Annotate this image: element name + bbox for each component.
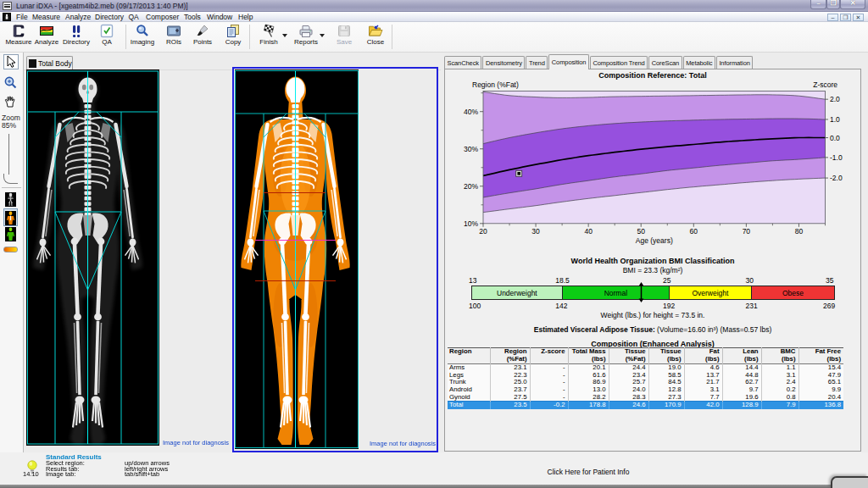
- tab-corescan[interactable]: CoreScan: [648, 56, 682, 69]
- table-cell: 24.6: [609, 402, 648, 409]
- zoom-value: 85%: [2, 121, 16, 130]
- menu-item-composer[interactable]: Composer: [146, 13, 179, 21]
- copy-button[interactable]: Copy: [214, 24, 252, 51]
- minimize-icon: –: [816, 0, 820, 8]
- menu-item-qa[interactable]: QA: [129, 13, 139, 21]
- svg-text:-2.0: -2.0: [830, 174, 843, 182]
- thumbnail-colorbar[interactable]: [3, 247, 18, 252]
- bmi-value: BMI = 23.3 (kg/m²): [444, 266, 861, 274]
- sidebar-divider: [2, 187, 21, 188]
- thumbnail-skeleton[interactable]: [5, 192, 16, 207]
- tab-total-body[interactable]: Total Body: [26, 56, 73, 69]
- column-header: Lean(lbs): [722, 348, 761, 364]
- svg-text:70: 70: [743, 227, 751, 236]
- tab-metabolic[interactable]: Metabolic: [683, 56, 715, 69]
- tab-information[interactable]: Information: [716, 56, 753, 69]
- bmi-segment-overweight: Overweight: [670, 286, 752, 299]
- window-close-button[interactable]: ✕: [840, 0, 865, 9]
- status-hint-value: tab/shift+tab: [125, 471, 159, 477]
- dropdown-arrow-icon[interactable]: [320, 34, 325, 37]
- composition-scan-image[interactable]: [235, 69, 359, 449]
- restore-icon: ❐: [830, 0, 836, 8]
- column-header: Tissue(lbs): [648, 348, 684, 364]
- analyze-icon: [39, 24, 54, 38]
- qa-button[interactable]: QA: [88, 24, 125, 51]
- column-header: Z-score: [530, 348, 568, 364]
- window-minimize-button[interactable]: –: [810, 0, 826, 9]
- mdi-minimize-button[interactable]: –: [827, 14, 838, 21]
- body-scan-icon: [29, 59, 36, 68]
- zoom-tool-button[interactable]: [3, 75, 19, 91]
- bmi-scale-top-label: 35: [826, 276, 833, 285]
- pointer-tool-button[interactable]: [3, 54, 19, 69]
- menu-item-window[interactable]: Window: [207, 13, 232, 21]
- svg-text:-1.0: -1.0: [830, 153, 843, 162]
- measure-icon: [11, 24, 26, 38]
- column-header: Region: [448, 348, 491, 364]
- copy-icon: [225, 24, 241, 38]
- svg-text:30: 30: [531, 227, 540, 236]
- bmi-scale-top-label: 18.5: [555, 276, 572, 285]
- table-total-row[interactable]: Total23.5-0.2178.824.6170.942.0128.97.91…: [448, 402, 843, 409]
- toolbar-separator: [125, 25, 126, 49]
- reports-button[interactable]: Reports: [287, 24, 325, 51]
- menu-item-tools[interactable]: Tools: [184, 13, 201, 21]
- mdi-restore-button[interactable]: ❐: [840, 14, 851, 21]
- table-row[interactable]: Legs22.3-61.623.458.513.744.83.147.9: [448, 372, 843, 380]
- skeleton-scan-image[interactable]: [26, 69, 159, 446]
- bmi-scale-bottom-label: 192: [663, 302, 680, 310]
- svg-text:30%: 30%: [464, 145, 478, 153]
- table-cell: -0.2: [530, 402, 568, 409]
- table-row[interactable]: Android23.7-13.024.012.83.19.70.29.9: [448, 386, 843, 394]
- close-button[interactable]: Close: [357, 24, 394, 51]
- title-bar: Lunar iDXA - [xgeatm4ib2.meb (09/17/2013…: [0, 0, 868, 12]
- menu-item-analyze[interactable]: Analyze: [65, 13, 91, 21]
- table-cell: 170.9: [648, 402, 684, 409]
- menu-item-measure[interactable]: Measure: [32, 13, 60, 21]
- toolbar-button-label: Finish: [250, 38, 287, 46]
- table-cell: 23.5: [491, 402, 531, 409]
- bmi-scale-bottom-label: 100: [469, 302, 481, 310]
- bmi-segment-label: Normal: [604, 289, 627, 297]
- table-cell: Total: [448, 402, 491, 409]
- column-header: Fat(lbs): [684, 348, 722, 364]
- finish-button[interactable]: Finish: [250, 24, 287, 51]
- menu-item-directory[interactable]: Directory: [95, 13, 124, 21]
- close-icon: ✕: [850, 0, 856, 8]
- tool-sidebar: [0, 53, 24, 452]
- tab-scancheck[interactable]: ScanCheck: [444, 56, 481, 69]
- thumbnail-composition[interactable]: [5, 211, 16, 225]
- tray-widget: [831, 476, 868, 488]
- svg-text:Z-score: Z-score: [813, 80, 837, 89]
- tab-composition-trend[interactable]: Composition Trend: [590, 56, 648, 69]
- weight-for-height: Weight (lbs.) for height = 73.5 in.: [444, 311, 861, 319]
- bmi-scale-bottom-label: 142: [555, 302, 572, 310]
- svg-text:0.0: 0.0: [830, 134, 840, 142]
- reference-chart: 10%20%30%40%203040506070802.01.00.0-1.0-…: [458, 78, 849, 249]
- svg-text:50: 50: [637, 227, 645, 236]
- bmi-scale-bottom-label: 231: [746, 302, 763, 310]
- tab-composition[interactable]: Composition: [548, 54, 589, 69]
- scan2-caption: Image not for diagnosis: [342, 440, 436, 447]
- svg-text:2.0: 2.0: [830, 95, 840, 103]
- patient-info-link[interactable]: Click Here for Patient Info: [444, 468, 732, 476]
- tab-trend[interactable]: Trend: [526, 56, 548, 69]
- menu-item-file[interactable]: File: [16, 13, 28, 21]
- window-restore-button[interactable]: ❐: [826, 0, 840, 9]
- pan-tool-button[interactable]: [3, 95, 19, 110]
- thumbnail-green[interactable]: [5, 227, 16, 241]
- zoom-slider[interactable]: [8, 134, 9, 175]
- menu-item-help[interactable]: Help: [238, 13, 253, 21]
- tab-densitometry[interactable]: Densitometry: [482, 56, 525, 69]
- status-hint-label: Image tab:: [46, 471, 75, 477]
- zoom-slider-foot: [3, 174, 18, 184]
- svg-text:40%: 40%: [464, 108, 478, 116]
- column-header: Fat Free(lbs): [798, 348, 843, 364]
- table-row[interactable]: Gynoid27.5-28.228.327.37.719.60.820.4: [448, 394, 843, 402]
- pointer-icon: [4, 55, 18, 69]
- bmi-scale-top-label: 25: [663, 276, 680, 285]
- mdi-close-button[interactable]: ✕: [853, 14, 864, 21]
- scan1-caption: Image not for diagnosis: [136, 439, 229, 446]
- imaging-icon: [135, 24, 150, 38]
- table-cell: 7.9: [761, 402, 798, 409]
